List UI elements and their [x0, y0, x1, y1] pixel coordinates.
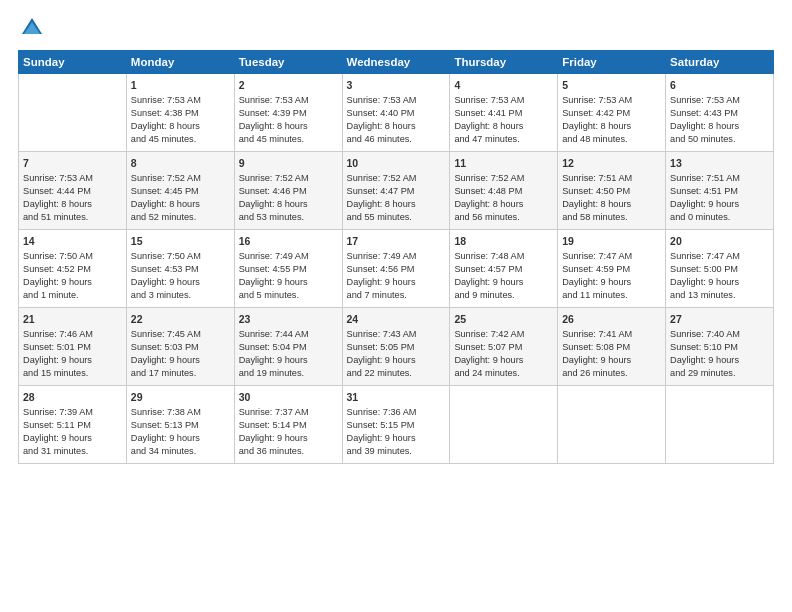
cell-content: Sunrise: 7:53 AM Sunset: 4:41 PM Dayligh… — [454, 94, 553, 146]
calendar-cell: 19Sunrise: 7:47 AM Sunset: 4:59 PM Dayli… — [558, 230, 666, 308]
calendar-cell: 22Sunrise: 7:45 AM Sunset: 5:03 PM Dayli… — [126, 308, 234, 386]
cell-content: Sunrise: 7:53 AM Sunset: 4:42 PM Dayligh… — [562, 94, 661, 146]
day-number: 12 — [562, 156, 661, 171]
calendar-cell: 27Sunrise: 7:40 AM Sunset: 5:10 PM Dayli… — [666, 308, 774, 386]
calendar-cell — [666, 386, 774, 464]
day-number: 15 — [131, 234, 230, 249]
cell-content: Sunrise: 7:50 AM Sunset: 4:53 PM Dayligh… — [131, 250, 230, 302]
cell-content: Sunrise: 7:43 AM Sunset: 5:05 PM Dayligh… — [347, 328, 446, 380]
calendar-cell: 16Sunrise: 7:49 AM Sunset: 4:55 PM Dayli… — [234, 230, 342, 308]
calendar-cell: 2Sunrise: 7:53 AM Sunset: 4:39 PM Daylig… — [234, 74, 342, 152]
calendar-cell: 15Sunrise: 7:50 AM Sunset: 4:53 PM Dayli… — [126, 230, 234, 308]
day-number: 5 — [562, 78, 661, 93]
day-number: 30 — [239, 390, 338, 405]
day-number: 14 — [23, 234, 122, 249]
col-header-friday: Friday — [558, 51, 666, 74]
cell-content: Sunrise: 7:37 AM Sunset: 5:14 PM Dayligh… — [239, 406, 338, 458]
header — [18, 18, 774, 40]
col-header-saturday: Saturday — [666, 51, 774, 74]
calendar-cell: 24Sunrise: 7:43 AM Sunset: 5:05 PM Dayli… — [342, 308, 450, 386]
calendar-cell: 4Sunrise: 7:53 AM Sunset: 4:41 PM Daylig… — [450, 74, 558, 152]
day-number: 9 — [239, 156, 338, 171]
week-row-1: 1Sunrise: 7:53 AM Sunset: 4:38 PM Daylig… — [19, 74, 774, 152]
calendar-cell: 14Sunrise: 7:50 AM Sunset: 4:52 PM Dayli… — [19, 230, 127, 308]
calendar-cell: 5Sunrise: 7:53 AM Sunset: 4:42 PM Daylig… — [558, 74, 666, 152]
calendar-cell: 21Sunrise: 7:46 AM Sunset: 5:01 PM Dayli… — [19, 308, 127, 386]
week-row-3: 14Sunrise: 7:50 AM Sunset: 4:52 PM Dayli… — [19, 230, 774, 308]
calendar-cell: 30Sunrise: 7:37 AM Sunset: 5:14 PM Dayli… — [234, 386, 342, 464]
day-number: 16 — [239, 234, 338, 249]
calendar-cell: 1Sunrise: 7:53 AM Sunset: 4:38 PM Daylig… — [126, 74, 234, 152]
calendar-cell: 8Sunrise: 7:52 AM Sunset: 4:45 PM Daylig… — [126, 152, 234, 230]
cell-content: Sunrise: 7:36 AM Sunset: 5:15 PM Dayligh… — [347, 406, 446, 458]
calendar-cell — [450, 386, 558, 464]
calendar-cell: 18Sunrise: 7:48 AM Sunset: 4:57 PM Dayli… — [450, 230, 558, 308]
calendar-cell: 29Sunrise: 7:38 AM Sunset: 5:13 PM Dayli… — [126, 386, 234, 464]
calendar-cell: 28Sunrise: 7:39 AM Sunset: 5:11 PM Dayli… — [19, 386, 127, 464]
day-number: 23 — [239, 312, 338, 327]
cell-content: Sunrise: 7:48 AM Sunset: 4:57 PM Dayligh… — [454, 250, 553, 302]
cell-content: Sunrise: 7:41 AM Sunset: 5:08 PM Dayligh… — [562, 328, 661, 380]
calendar-table: SundayMondayTuesdayWednesdayThursdayFrid… — [18, 50, 774, 464]
calendar-cell: 25Sunrise: 7:42 AM Sunset: 5:07 PM Dayli… — [450, 308, 558, 386]
col-header-thursday: Thursday — [450, 51, 558, 74]
day-number: 6 — [670, 78, 769, 93]
cell-content: Sunrise: 7:46 AM Sunset: 5:01 PM Dayligh… — [23, 328, 122, 380]
calendar-cell: 3Sunrise: 7:53 AM Sunset: 4:40 PM Daylig… — [342, 74, 450, 152]
day-number: 19 — [562, 234, 661, 249]
calendar-cell — [19, 74, 127, 152]
day-number: 13 — [670, 156, 769, 171]
cell-content: Sunrise: 7:40 AM Sunset: 5:10 PM Dayligh… — [670, 328, 769, 380]
cell-content: Sunrise: 7:42 AM Sunset: 5:07 PM Dayligh… — [454, 328, 553, 380]
day-number: 18 — [454, 234, 553, 249]
day-number: 20 — [670, 234, 769, 249]
cell-content: Sunrise: 7:38 AM Sunset: 5:13 PM Dayligh… — [131, 406, 230, 458]
cell-content: Sunrise: 7:52 AM Sunset: 4:47 PM Dayligh… — [347, 172, 446, 224]
cell-content: Sunrise: 7:53 AM Sunset: 4:43 PM Dayligh… — [670, 94, 769, 146]
day-number: 7 — [23, 156, 122, 171]
day-number: 24 — [347, 312, 446, 327]
calendar-cell: 11Sunrise: 7:52 AM Sunset: 4:48 PM Dayli… — [450, 152, 558, 230]
col-header-tuesday: Tuesday — [234, 51, 342, 74]
week-row-5: 28Sunrise: 7:39 AM Sunset: 5:11 PM Dayli… — [19, 386, 774, 464]
cell-content: Sunrise: 7:53 AM Sunset: 4:40 PM Dayligh… — [347, 94, 446, 146]
day-number: 3 — [347, 78, 446, 93]
calendar-cell: 9Sunrise: 7:52 AM Sunset: 4:46 PM Daylig… — [234, 152, 342, 230]
cell-content: Sunrise: 7:51 AM Sunset: 4:51 PM Dayligh… — [670, 172, 769, 224]
cell-content: Sunrise: 7:51 AM Sunset: 4:50 PM Dayligh… — [562, 172, 661, 224]
day-number: 31 — [347, 390, 446, 405]
day-number: 11 — [454, 156, 553, 171]
calendar-cell: 20Sunrise: 7:47 AM Sunset: 5:00 PM Dayli… — [666, 230, 774, 308]
calendar-cell: 7Sunrise: 7:53 AM Sunset: 4:44 PM Daylig… — [19, 152, 127, 230]
day-number: 21 — [23, 312, 122, 327]
calendar-cell: 12Sunrise: 7:51 AM Sunset: 4:50 PM Dayli… — [558, 152, 666, 230]
cell-content: Sunrise: 7:52 AM Sunset: 4:48 PM Dayligh… — [454, 172, 553, 224]
logo-icon — [20, 16, 44, 40]
cell-content: Sunrise: 7:49 AM Sunset: 4:55 PM Dayligh… — [239, 250, 338, 302]
week-row-2: 7Sunrise: 7:53 AM Sunset: 4:44 PM Daylig… — [19, 152, 774, 230]
calendar-cell: 6Sunrise: 7:53 AM Sunset: 4:43 PM Daylig… — [666, 74, 774, 152]
week-row-4: 21Sunrise: 7:46 AM Sunset: 5:01 PM Dayli… — [19, 308, 774, 386]
cell-content: Sunrise: 7:52 AM Sunset: 4:46 PM Dayligh… — [239, 172, 338, 224]
day-number: 8 — [131, 156, 230, 171]
calendar-cell: 31Sunrise: 7:36 AM Sunset: 5:15 PM Dayli… — [342, 386, 450, 464]
col-header-sunday: Sunday — [19, 51, 127, 74]
calendar-cell: 17Sunrise: 7:49 AM Sunset: 4:56 PM Dayli… — [342, 230, 450, 308]
day-number: 29 — [131, 390, 230, 405]
calendar-cell — [558, 386, 666, 464]
day-number: 27 — [670, 312, 769, 327]
day-number: 28 — [23, 390, 122, 405]
calendar-cell: 13Sunrise: 7:51 AM Sunset: 4:51 PM Dayli… — [666, 152, 774, 230]
day-number: 2 — [239, 78, 338, 93]
cell-content: Sunrise: 7:45 AM Sunset: 5:03 PM Dayligh… — [131, 328, 230, 380]
calendar-cell: 10Sunrise: 7:52 AM Sunset: 4:47 PM Dayli… — [342, 152, 450, 230]
calendar-page: SundayMondayTuesdayWednesdayThursdayFrid… — [0, 0, 792, 612]
cell-content: Sunrise: 7:52 AM Sunset: 4:45 PM Dayligh… — [131, 172, 230, 224]
calendar-cell: 23Sunrise: 7:44 AM Sunset: 5:04 PM Dayli… — [234, 308, 342, 386]
day-number: 25 — [454, 312, 553, 327]
col-header-monday: Monday — [126, 51, 234, 74]
col-header-wednesday: Wednesday — [342, 51, 450, 74]
cell-content: Sunrise: 7:47 AM Sunset: 5:00 PM Dayligh… — [670, 250, 769, 302]
day-number: 10 — [347, 156, 446, 171]
cell-content: Sunrise: 7:53 AM Sunset: 4:39 PM Dayligh… — [239, 94, 338, 146]
